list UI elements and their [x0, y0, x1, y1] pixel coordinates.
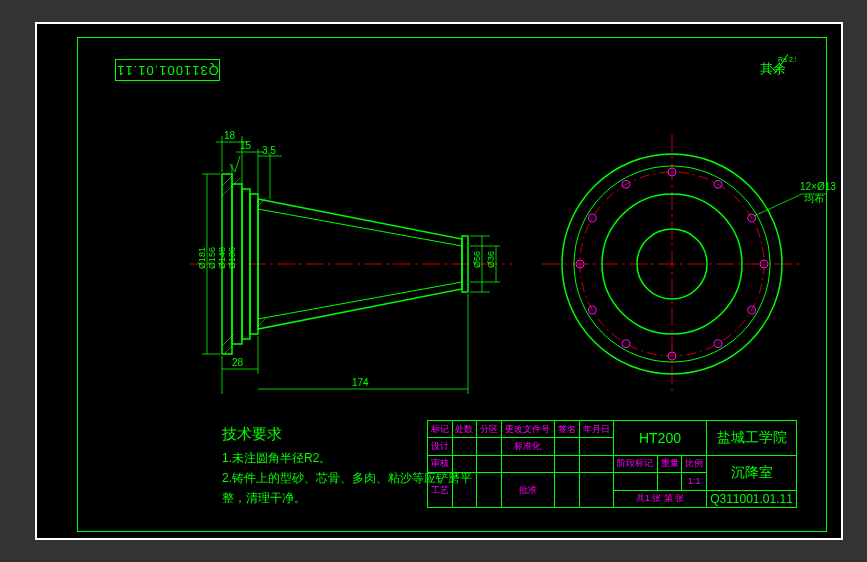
tb-material: HT200 [613, 421, 706, 456]
tb-m1: 阶段标记 [613, 455, 657, 472]
tb-r1c3: 分区 [477, 421, 502, 438]
svg-text:Ø56: Ø56 [472, 251, 482, 268]
svg-text:174: 174 [352, 377, 369, 388]
svg-point-61 [588, 214, 596, 222]
tb-r1c4: 更改文件号 [501, 421, 554, 438]
mirrored-id-box: Q311001.01.11 [115, 59, 220, 81]
tb-r4c1: 工艺 [428, 473, 453, 508]
tb-r3c1: 审核 [428, 455, 453, 472]
svg-line-8 [224, 346, 232, 354]
flange-face-view: 12×Ø13 均布 [542, 134, 836, 394]
side-section-view: 18 15 3.5 28 174 Ø181 [190, 130, 512, 394]
tb-drawingno: Q311001.01.11 [707, 490, 797, 507]
svg-text:Ø36: Ø36 [486, 251, 496, 268]
bottom-dimensions: 28 174 [222, 294, 468, 394]
svg-text:12×Ø13: 12×Ø13 [800, 181, 836, 192]
svg-line-6 [222, 178, 240, 196]
drawing-viewport[interactable]: 18 15 3.5 28 174 Ø181 [112, 94, 862, 394]
svg-line-63 [754, 194, 802, 216]
svg-text:15: 15 [240, 140, 252, 151]
tb-scale: 1:1 [682, 473, 707, 490]
svg-point-58 [622, 340, 630, 348]
tb-org: 盐城工学院 [707, 421, 797, 456]
svg-text:18: 18 [224, 130, 236, 141]
surface-symbol-icon: Ra 2.5 [768, 52, 796, 74]
title-block: 标记 处数 分区 更改文件号 签名 年月日 HT200 盐城工学院 设计 标准化… [427, 420, 797, 508]
svg-point-56 [714, 340, 722, 348]
tb-m2: 重量 [657, 455, 682, 472]
surface-finish-corner: 其余 Ra 2.5 [760, 60, 786, 78]
tb-r1c5: 签名 [555, 421, 580, 438]
tb-partname: 沉降室 [707, 455, 797, 490]
tb-m3: 比例 [682, 455, 707, 472]
tb-r2c1: 设计 [428, 438, 453, 455]
tb-r1c1: 标记 [428, 421, 453, 438]
left-diameter-dims: Ø181 Ø156 Ø148 Ø136 [197, 164, 237, 354]
svg-text:Ø148: Ø148 [217, 247, 227, 269]
tb-r2c6: 标准化 [501, 438, 554, 455]
svg-text:Ø181: Ø181 [197, 247, 207, 269]
svg-text:28: 28 [232, 357, 244, 368]
cad-canvas[interactable]: Q311001.01.11 其余 Ra 2.5 [35, 22, 843, 540]
svg-text:3.5: 3.5 [262, 145, 276, 156]
svg-text:Ø156: Ø156 [207, 247, 217, 269]
tb-r1c2: 处数 [452, 421, 477, 438]
tb-sheetinfo: 共1 张 第 张 [613, 490, 706, 507]
tb-r1c6: 年月日 [579, 421, 613, 438]
svg-text:均布: 均布 [803, 193, 824, 204]
tb-r4c2: 批准 [501, 473, 554, 508]
svg-line-5 [222, 176, 232, 186]
ra-value: Ra 2.5 [778, 56, 796, 63]
svg-text:Ø136: Ø136 [227, 247, 237, 269]
